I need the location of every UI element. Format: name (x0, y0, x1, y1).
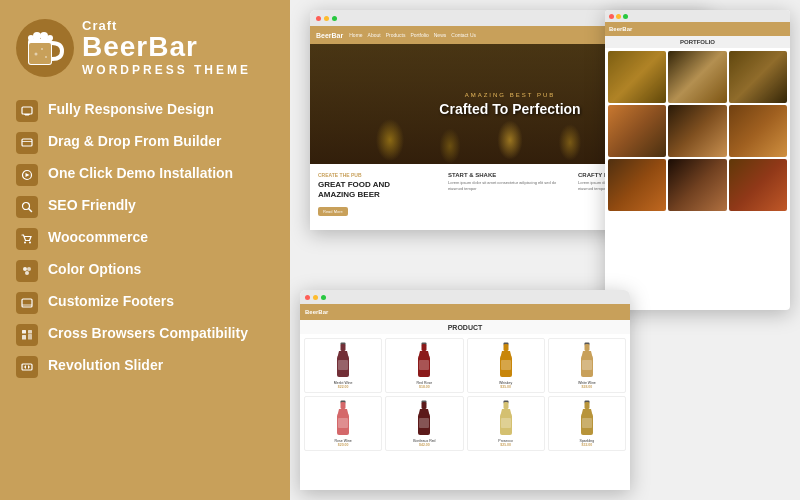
svg-rect-27 (28, 330, 32, 334)
svg-rect-30 (22, 364, 32, 370)
feature-icon-color (16, 260, 38, 282)
svg-rect-64 (582, 418, 592, 428)
product-item-0: Merlot Wine$22.00 (304, 338, 382, 393)
product-item-4: Rose Wine$20.00 (304, 396, 382, 451)
bottle-svg-3 (578, 342, 596, 380)
minimize-dot (324, 16, 329, 21)
feature-item-responsive: Fully Responsive Design (16, 95, 274, 127)
svg-point-19 (24, 242, 26, 244)
bottle-svg-0 (334, 342, 352, 380)
svg-point-8 (41, 48, 43, 50)
product-price-2: $35.00 (500, 385, 511, 389)
product-price-4: $20.00 (338, 443, 349, 447)
svg-point-7 (35, 52, 38, 55)
svg-rect-52 (338, 418, 348, 428)
feature-item-slider: Revolution Slider (16, 351, 274, 383)
portfolio-grid (605, 48, 790, 214)
nav-link-news: News (434, 32, 447, 38)
svg-rect-44 (501, 360, 511, 370)
side-box-1-title: START & SHAKE (448, 172, 572, 178)
feature-item-drag-drop: Drag & Drop From Builder (16, 127, 274, 159)
feature-label-woo: Woocommerce (48, 228, 148, 246)
feature-icon-woo (16, 228, 38, 250)
feature-label-demo: One Click Demo Installation (48, 164, 233, 182)
minimize-dot-3 (616, 14, 621, 19)
svg-rect-12 (24, 114, 30, 115)
portfolio-item-7 (608, 159, 666, 211)
portfolio-item-9 (729, 159, 787, 211)
svg-rect-40 (419, 360, 429, 370)
product-item-3: White Wine$28.00 (548, 338, 626, 393)
browser-bottom-nav: BeerBar (300, 304, 630, 320)
feature-icon-seo (16, 196, 38, 218)
browser-right-mockup: BeerBar PORTFOLIO (605, 10, 790, 310)
product-price-3: $28.00 (582, 385, 593, 389)
svg-rect-29 (28, 334, 32, 340)
read-more-btn[interactable]: Read More (318, 207, 348, 216)
svg-rect-24 (22, 299, 32, 307)
maximize-dot-2 (321, 295, 326, 300)
browser-bottom-mockup: BeerBar PRODUCT Merlot Wine$22.00Red Ros… (300, 290, 630, 490)
feature-label-drag-drop: Drag & Drop From Builder (48, 132, 221, 150)
svg-marker-16 (26, 173, 30, 177)
portfolio-item-4 (608, 105, 666, 157)
nav-link-home: Home (349, 32, 362, 38)
logo-text-block: Craft BeerBar WordPress Theme (82, 18, 251, 77)
svg-rect-38 (422, 344, 427, 351)
product-item-7: Sparkling$32.00 (548, 396, 626, 451)
maximize-dot (332, 16, 337, 21)
hero-subtitle: AMAZING BEST PUB (439, 92, 580, 98)
svg-rect-62 (584, 402, 589, 409)
portfolio-item-8 (668, 159, 726, 211)
svg-rect-46 (584, 344, 589, 351)
feature-label-slider: Revolution Slider (48, 356, 163, 374)
product-price-1: $18.00 (419, 385, 430, 389)
features-list: Fully Responsive Design Drag & Drop From… (16, 95, 274, 383)
portfolio-title: PORTFOLIO (680, 39, 715, 45)
bottle-svg-7 (578, 400, 596, 438)
product-item-6: Prosecco$25.00 (467, 396, 545, 451)
feature-icon-footer (16, 292, 38, 314)
feature-label-seo: SEO Friendly (48, 196, 136, 214)
feature-item-cross: Cross Browsers Compatibility (16, 319, 274, 351)
feature-icon-cross (16, 324, 38, 346)
wp-theme-label: WordPress Theme (82, 63, 251, 77)
right-panel: BeerBar Home About Products Portfolio Ne… (290, 0, 800, 500)
feature-icon-responsive (16, 100, 38, 122)
close-dot-3 (609, 14, 614, 19)
br-nav-logo: BeerBar (609, 26, 632, 32)
portfolio-label: PORTFOLIO (605, 36, 790, 48)
left-panel: Craft BeerBar WordPress Theme Fully Resp… (0, 0, 290, 500)
nav-link-about: About (368, 32, 381, 38)
browser-right-nav: BeerBar (605, 22, 790, 36)
feature-item-footer: Customize Footers (16, 287, 274, 319)
svg-point-5 (47, 35, 53, 41)
svg-rect-34 (341, 344, 346, 351)
hero-title: Crafted To Perfection (439, 101, 580, 117)
product-item-5: Bordeaux Red$42.00 (385, 396, 463, 451)
feature-label-footer: Customize Footers (48, 292, 174, 310)
feature-icon-demo (16, 164, 38, 186)
product-price-6: $25.00 (500, 443, 511, 447)
close-dot (316, 16, 321, 21)
side-box-1: START & SHAKE Lorem ipsum dolor sit amet… (448, 172, 572, 221)
content-headline: GREAT FOOD AND AMAZING BEER (318, 180, 442, 199)
svg-rect-48 (582, 360, 592, 370)
svg-point-9 (45, 56, 47, 58)
svg-marker-32 (28, 365, 30, 369)
svg-marker-31 (24, 365, 26, 369)
beer-bar-title: BeerBar (82, 33, 251, 61)
side-box-1-text: Lorem ipsum dolor sit amet consectetur a… (448, 180, 572, 191)
svg-point-22 (27, 267, 31, 271)
svg-rect-56 (419, 418, 429, 428)
bottle-svg-6 (497, 400, 515, 438)
feature-icon-slider (16, 356, 38, 378)
feature-icon-drag-drop (16, 132, 38, 154)
feature-label-responsive: Fully Responsive Design (48, 100, 214, 118)
bottle-svg-4 (334, 400, 352, 438)
close-dot-2 (305, 295, 310, 300)
feature-item-seo: SEO Friendly (16, 191, 274, 223)
feature-item-demo: One Click Demo Installation (16, 159, 274, 191)
nav-link-contact: Contact Us (451, 32, 476, 38)
svg-rect-6 (29, 43, 51, 64)
